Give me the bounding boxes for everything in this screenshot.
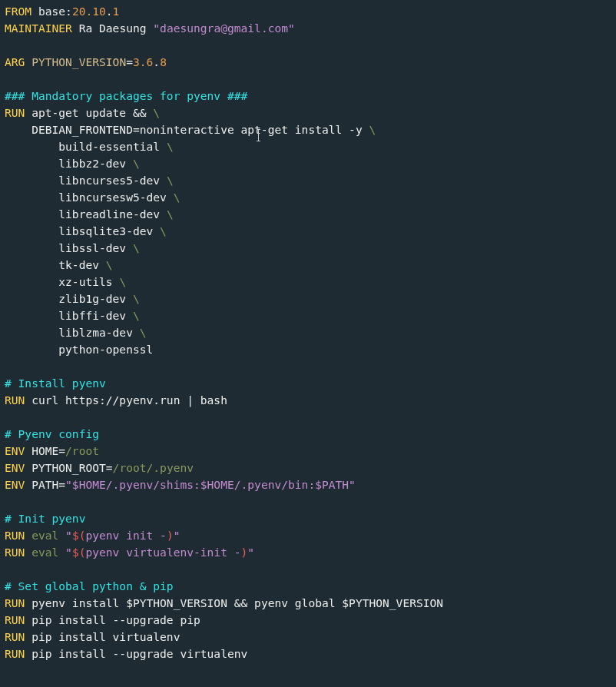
- token-red: ): [167, 529, 174, 542]
- token-white: build-essential: [5, 140, 167, 153]
- code-line: ENV HOME=/root: [5, 444, 99, 457]
- code-line: ENV PATH="$HOME/.pyenv/shims:$HOME/.pyen…: [5, 478, 356, 491]
- token-olive: \: [160, 224, 167, 237]
- token-white: pip install virtualenv: [25, 630, 180, 643]
- token-olive: /root: [65, 444, 99, 457]
- token-white: DEBIAN_FRONTEND=noninteractive apt-get i…: [5, 123, 369, 136]
- token-white: .: [153, 55, 160, 68]
- token-red: $(: [72, 529, 86, 542]
- token-white: apt-get update &&: [25, 106, 153, 119]
- token-olive: \: [167, 140, 174, 153]
- token-olive: \: [133, 309, 140, 322]
- code-line: # Set global python & pip: [5, 579, 174, 592]
- token-kw: RUN: [5, 613, 25, 626]
- code-line: libncursesw5-dev \: [5, 191, 180, 204]
- code-line: RUN curl https://pyenv.run | bash: [5, 393, 227, 407]
- token-mauve: "$HOME/.pyenv/shims:$HOME/.pyenv/bin:$PA…: [65, 478, 356, 491]
- token-orange: 8: [160, 55, 167, 68]
- token-kw: RUN: [5, 529, 25, 542]
- code-line: libreadline-dev \: [5, 207, 174, 221]
- token-white: libncursesw5-dev: [5, 191, 174, 204]
- token-mauve: ": [247, 546, 254, 559]
- token-white: libncurses5-dev: [5, 174, 167, 187]
- code-line: DEBIAN_FRONTEND=noninteractive apt-get i…: [5, 123, 376, 136]
- token-white: libbz2-dev: [5, 157, 133, 170]
- token-white: [25, 529, 31, 542]
- code-line: RUN pip install --upgrade virtualenv: [5, 647, 247, 660]
- token-kw: MAINTAINER: [5, 22, 72, 35]
- code-line: tk-dev \: [5, 258, 113, 271]
- token-white: pip install --upgrade virtualenv: [25, 647, 247, 660]
- token-red: $(: [72, 546, 86, 559]
- token-white: tk-dev: [5, 258, 106, 271]
- code-line: ARG PYTHON_VERSION=3.6.8: [5, 55, 167, 68]
- token-kw: FROM: [5, 5, 31, 18]
- token-white: [25, 546, 31, 559]
- code-line: # Pyenv config: [5, 427, 99, 440]
- token-olive: \: [174, 191, 180, 204]
- token-cyan: # Install pyenv: [5, 377, 106, 390]
- token-white: pyenv install $PYTHON_VERSION && pyenv g…: [25, 596, 443, 609]
- token-cyan: # Set global python & pip: [5, 579, 174, 592]
- token-white: xz-utils: [5, 275, 119, 288]
- token-mauve: pyenv init -: [85, 529, 166, 542]
- token-mauve: ": [65, 529, 72, 542]
- token-white: liblzma-dev: [5, 326, 140, 339]
- token-kw: ENV: [5, 478, 25, 491]
- token-olive: /root/.pyenv: [113, 461, 194, 474]
- token-kw: RUN: [5, 393, 25, 407]
- code-line: libsqlite3-dev \: [5, 224, 167, 237]
- token-olive: eval: [31, 546, 65, 559]
- token-orange: 20.10: [72, 5, 106, 18]
- token-white: base:: [31, 5, 72, 18]
- token-pale: PYTHON_VERSION: [31, 55, 126, 68]
- code-line: FROM base:20.10.1: [5, 5, 119, 18]
- token-mauve: ": [65, 546, 72, 559]
- token-white: libreadline-dev: [5, 207, 167, 221]
- token-white: libsqlite3-dev: [5, 224, 160, 237]
- code-line: ENV PYTHON_ROOT=/root/.pyenv: [5, 461, 194, 474]
- token-white: PATH=: [25, 478, 65, 491]
- token-kw: ENV: [5, 444, 25, 457]
- token-cyan: ### Mandatory packages for pyenv ###: [5, 89, 247, 102]
- token-olive: \: [133, 157, 140, 170]
- token-olive: \: [167, 207, 174, 221]
- code-line: RUN apt-get update && \: [5, 106, 160, 119]
- token-orange: 1: [113, 5, 120, 18]
- token-white: python-openssl: [5, 343, 153, 356]
- code-line: liblzma-dev \: [5, 326, 147, 339]
- code-line: # Install pyenv: [5, 377, 106, 390]
- code-line: build-essential \: [5, 140, 174, 153]
- code-line: # Init pyenv: [5, 512, 85, 525]
- token-white: zlib1g-dev: [5, 292, 133, 305]
- code-line: xz-utils \: [5, 275, 126, 288]
- token-white: pip install --upgrade pip: [25, 613, 200, 626]
- token-olive: \: [167, 174, 174, 187]
- token-white: libffi-dev: [5, 309, 133, 322]
- token-olive: \: [140, 326, 147, 339]
- code-line: libbz2-dev \: [5, 157, 140, 170]
- token-olive: \: [106, 258, 113, 271]
- token-white: =: [126, 55, 133, 68]
- code-line: RUN eval "$(pyenv virtualenv-init -)": [5, 546, 254, 559]
- token-mauve: pyenv virtualenv-init -: [85, 546, 240, 559]
- dockerfile-code-block[interactable]: FROM base:20.10.1 MAINTAINER Ra Daesung …: [0, 0, 616, 667]
- code-line: zlib1g-dev \: [5, 292, 140, 305]
- token-kw: RUN: [5, 630, 25, 643]
- text-cursor: [258, 129, 259, 141]
- token-cyan: # Pyenv config: [5, 427, 99, 440]
- token-olive: \: [119, 275, 126, 288]
- token-olive: \: [133, 292, 140, 305]
- token-kw: ARG: [5, 55, 25, 68]
- token-olive: \: [369, 123, 376, 136]
- token-kw: RUN: [5, 647, 25, 660]
- token-kw: RUN: [5, 596, 25, 609]
- token-kw: RUN: [5, 106, 25, 119]
- token-olive: \: [153, 106, 160, 119]
- token-white: curl https://pyenv.run | bash: [25, 393, 227, 407]
- token-white: libssl-dev: [5, 241, 133, 254]
- token-white: .: [106, 5, 113, 18]
- code-line: libncurses5-dev \: [5, 174, 174, 187]
- token-mauve: "daesungra@gmail.com": [153, 22, 295, 35]
- code-line: MAINTAINER Ra Daesung "daesungra@gmail.c…: [5, 22, 295, 35]
